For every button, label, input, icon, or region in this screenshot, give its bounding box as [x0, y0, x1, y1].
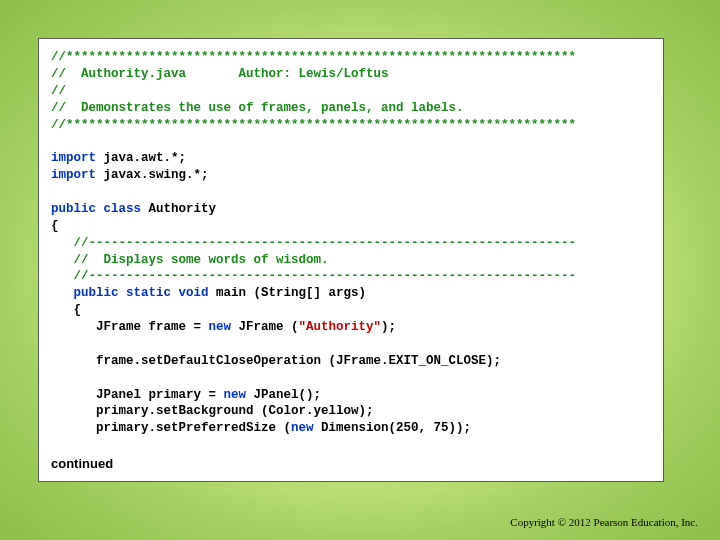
code-text: frame.setDefaultCloseOperation (JFrame.E…: [51, 354, 501, 368]
code-text: JFrame frame =: [51, 320, 209, 334]
keyword-class: class: [104, 202, 142, 216]
comment-line: //: [51, 84, 66, 98]
comment-line: // Demonstrates the use of frames, panel…: [51, 101, 464, 115]
code-text: Dimension(250, 75));: [314, 421, 472, 435]
keyword-static: static: [126, 286, 171, 300]
keyword-new: new: [224, 388, 247, 402]
keyword-import: import: [51, 151, 96, 165]
import-target: java.awt.*;: [96, 151, 186, 165]
keyword-public: public: [51, 286, 119, 300]
copyright-text: Copyright © 2012 Pearson Education, Inc.: [510, 516, 698, 528]
import-target: javax.swing.*;: [96, 168, 209, 182]
comment-line: //**************************************…: [51, 118, 576, 132]
string-literal: "Authority": [299, 320, 382, 334]
brace: {: [51, 219, 59, 233]
code-text: JFrame (: [231, 320, 299, 334]
keyword-void: void: [179, 286, 209, 300]
comment-line: //--------------------------------------…: [51, 236, 576, 250]
code-block: //**************************************…: [51, 49, 651, 437]
comment-line: // Displays some words of wisdom.: [51, 253, 329, 267]
method-sig: main (String[] args): [209, 286, 367, 300]
keyword-public: public: [51, 202, 96, 216]
code-text: primary.setPreferredSize (: [51, 421, 291, 435]
comment-line: Author: Lewis/Loftus: [186, 67, 389, 81]
continued-label: continued: [51, 456, 113, 471]
comment-line: // Authority.java: [51, 67, 186, 81]
code-text: primary.setBackground (Color.yellow);: [51, 404, 374, 418]
code-text: JPanel();: [246, 388, 321, 402]
class-name: Authority: [149, 202, 217, 216]
brace: {: [51, 303, 81, 317]
code-container: //**************************************…: [38, 38, 664, 482]
keyword-new: new: [291, 421, 314, 435]
keyword-import: import: [51, 168, 96, 182]
code-text: );: [381, 320, 396, 334]
comment-line: //**************************************…: [51, 50, 576, 64]
keyword-new: new: [209, 320, 232, 334]
comment-line: //--------------------------------------…: [51, 269, 576, 283]
code-text: JPanel primary =: [51, 388, 224, 402]
